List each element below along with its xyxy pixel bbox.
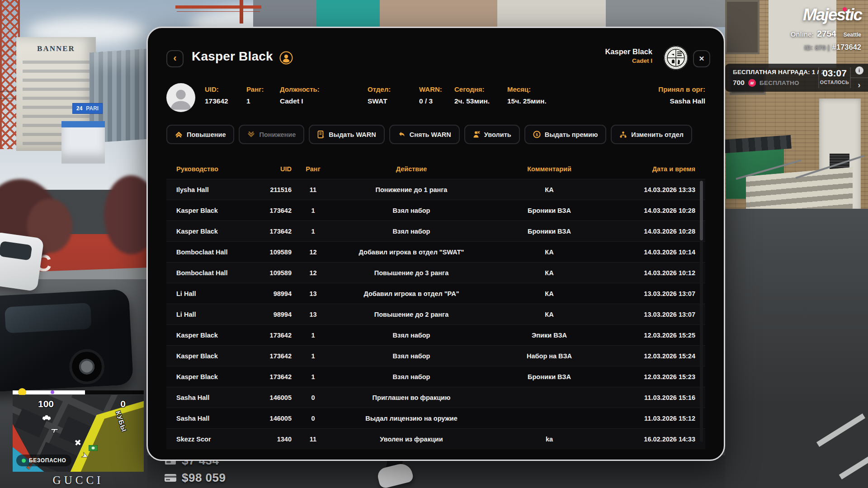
scrollbar-thumb[interactable] [700,181,703,240]
cell-datetime: 13.03.2026 13:07 [610,311,695,318]
reward-next-button[interactable]: › [850,78,868,92]
shop-sign-text: PARI [86,105,99,112]
table-row: Kasper Black 173642 1 Взял набор Эпики В… [166,324,705,345]
button-label: Изменить отдел [631,131,684,138]
org-chart-icon [619,131,627,138]
reward-amount-line: 700 м БЕСПЛАТНО [733,79,799,87]
promote-button[interactable]: Повышение [166,125,234,144]
table-row: Skezz Scor 1340 11 Уволен из фракции ka … [166,428,705,449]
purple-marker-dot [51,390,54,394]
change-department-button[interactable]: Изменить отдел [611,125,692,144]
cell-datetime: 11.03.2026 15:16 [610,394,695,401]
table-header: Руководство UID Ранг Действие Комментари… [166,159,705,179]
cell-leader: Skezz Scor [176,436,253,443]
cell-rank: 12 [292,249,335,256]
street-name: GUCCI [13,474,144,487]
cell-comment: Набор на ВЗА [488,352,610,360]
minimap: 100 0 КУБЫ КАФЕ БЕЗОПАСНО G [13,390,144,487]
header-leader: Руководство [176,165,253,173]
building [316,0,380,27]
info-item: UID: 173642 [205,85,246,112]
cell-leader: Kasper Black [176,352,253,360]
cell-rank: 1 [292,207,335,214]
back-button[interactable]: ‹ [166,50,184,67]
info-value: Sasha Hall [658,97,705,105]
cell-comment: КА [488,249,610,256]
info-label: WARN: [419,85,454,93]
info-label: Сегодня: [454,85,507,93]
button-label: Выдать премию [545,131,598,138]
majestic-coin-icon: м [748,79,756,87]
close-button[interactable]: ✕ [693,50,710,67]
fire-button[interactable]: Уволить [464,125,520,144]
cell-uid: 173642 [253,228,292,235]
cell-datetime: 13.03.2026 13:07 [610,290,695,297]
table-row: Sasha Hall 146005 0 Выдал лицензию на ор… [166,408,705,428]
info-item: Ранг: 1 [246,85,280,112]
faction-seal-logo [663,45,689,70]
info-value: 2ч. 53мин. [454,97,507,105]
close-icon: ✕ [699,55,705,63]
cell-leader: Ilysha Hall [176,186,253,193]
avatar [166,83,195,112]
minimap-left-number: 100 [38,399,54,409]
reward-title: БЕСПЛАТНАЯ НАГРАДА: 1 /2 [733,69,825,75]
give-bonus-button[interactable]: $ Выдать премию [524,125,607,144]
online-value: 2754 [817,29,836,39]
table-row: Li Hall 98994 13 Добавил игрока в отдел … [166,283,705,304]
cell-leader: Bomboclaat Hall [176,249,253,256]
building [497,0,606,27]
cell-action: Уволен из фракции [335,436,488,443]
svg-text:$: $ [536,132,538,137]
cell-action: Взял набор [335,332,488,339]
player-id: ID: 870 | #173642 [804,43,861,52]
info-value: Cadet I [280,97,368,105]
logo-pink-dot [843,7,847,11]
building [606,0,725,27]
cell-leader: Kasper Black [176,332,253,339]
reward-info-button[interactable]: i [850,64,868,77]
green-dot-icon [22,459,26,463]
crane-arm [175,5,261,9]
kiosk [61,121,105,164]
cell-leader: Bomboclaat Hall [176,269,253,277]
cell-rank: 13 [292,311,335,318]
table-row: Bomboclaat Hall 109589 12 Добавил игрока… [166,241,705,262]
cell-comment: Броники ВЗА [488,373,610,380]
cell-action: Взял набор [335,373,488,380]
give-warn-button[interactable]: Выдать WARN [309,125,384,144]
cell-leader: Kasper Black [176,228,253,235]
info-value: 15ч. 25мин. [507,97,575,105]
remove-warn-button[interactable]: Снять WARN [389,125,460,144]
table-row: Bomboclaat Hall 109589 12 Повышение до 3… [166,262,705,283]
header-uid: UID [253,165,292,173]
demote-button[interactable]: Понижение [239,125,304,144]
cell-comment: Броники ВЗА [488,228,610,235]
action-log-table: Руководство UID Ранг Действие Комментари… [166,159,705,449]
cell-action: Взял набор [335,207,488,214]
cell-rank: 11 [292,186,335,193]
cell-uid: 173642 [253,207,292,214]
info-value: 173642 [205,97,246,105]
header-rank: Ранг [292,165,335,173]
id-number: #173642 [832,43,861,52]
safe-zone-badge: БЕЗОПАСНО [16,455,71,466]
dollar-coin-icon: $ [533,131,541,138]
player-rank-title: Cadet I [605,57,652,64]
page-title: Kasper Black [192,49,273,64]
info-list: UID: 173642 Ранг: 1 Должность: Cadet I [205,83,705,112]
table-row: Kasper Black 173642 1 Взял набор Броники… [166,366,705,387]
cell-uid: 1340 [253,436,292,443]
info-label: Месяц: [507,85,575,93]
white-car [0,232,44,291]
cell-uid: 173642 [253,352,292,360]
cell-rank: 1 [292,332,335,339]
building [253,0,326,27]
shop-sign: 24 PARI [72,103,103,114]
cell-rank: 13 [292,290,335,297]
cell-rank: 12 [292,269,335,277]
cell-action: Взял набор [335,352,488,360]
info-value: SWAT [368,97,419,105]
cell-uid: 98994 [253,311,292,318]
server-logo: Majestic [803,5,862,24]
